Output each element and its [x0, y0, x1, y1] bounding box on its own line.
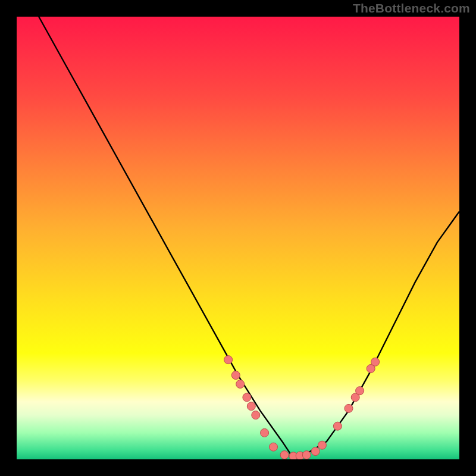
data-marker: [302, 451, 311, 459]
data-marker: [247, 402, 255, 411]
watermark-text: TheBottleneck.com: [353, 1, 470, 15]
bottleneck-curve: [17, 17, 459, 455]
data-marker: [311, 447, 320, 456]
data-marker: [243, 393, 251, 402]
chart-stage: TheBottleneck.com: [0, 0, 476, 476]
data-marker: [270, 443, 278, 451]
data-marker: [356, 387, 364, 395]
marker-group: [224, 356, 380, 459]
data-marker: [333, 422, 342, 430]
data-marker: [231, 371, 240, 380]
data-marker: [345, 404, 353, 412]
data-marker: [371, 358, 380, 366]
data-marker: [224, 356, 233, 364]
data-marker: [252, 411, 260, 419]
data-marker: [280, 451, 289, 459]
plot-area: [17, 17, 459, 459]
curve-svg: [17, 17, 459, 459]
data-marker: [261, 428, 269, 437]
data-marker: [318, 441, 326, 449]
data-marker: [236, 380, 245, 389]
